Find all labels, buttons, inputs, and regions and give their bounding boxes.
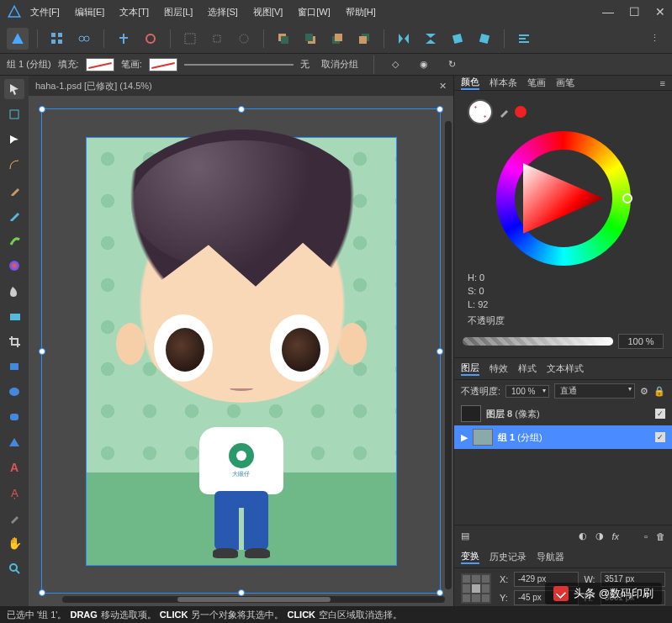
artboard-tool[interactable] xyxy=(4,104,24,124)
art-text-tool[interactable]: A xyxy=(4,457,24,478)
zoom-tool[interactable] xyxy=(4,558,24,578)
selection-handle-nw[interactable] xyxy=(39,106,45,113)
corner-tool[interactable] xyxy=(4,155,24,175)
add-layer-icon[interactable]: ▫ xyxy=(644,531,648,541)
hand-tool[interactable]: ✋ xyxy=(4,533,24,553)
canvas-scrollbar-horizontal[interactable] xyxy=(62,596,445,603)
transparency-tool[interactable] xyxy=(4,281,24,301)
menu-edit[interactable]: 编辑[E] xyxy=(75,6,104,18)
selection-handle-w[interactable] xyxy=(39,348,45,355)
menu-layer[interactable]: 图层[L] xyxy=(164,6,193,18)
triangle-tool[interactable] xyxy=(4,432,24,452)
tab-color[interactable]: 颜色 xyxy=(461,76,479,90)
cycles-icon[interactable]: ↻ xyxy=(442,54,463,76)
close-button[interactable]: ✕ xyxy=(655,5,665,18)
snap-grid-icon[interactable] xyxy=(179,28,201,50)
persona-designer-icon[interactable] xyxy=(7,28,29,50)
selection-handle-sw[interactable] xyxy=(39,589,45,596)
rotate-ccw-icon[interactable] xyxy=(447,28,468,50)
tab-navigator[interactable]: 导航器 xyxy=(537,551,564,563)
fx-icon[interactable]: fx xyxy=(612,531,620,541)
frame-text-tool[interactable]: Ạ xyxy=(4,483,24,503)
canvas-scrollbar-vertical[interactable] xyxy=(445,121,452,589)
color-wheel[interactable] xyxy=(496,131,631,266)
menu-view[interactable]: 视图[V] xyxy=(253,6,283,18)
menu-window[interactable]: 窗口[W] xyxy=(298,6,331,18)
layer-item-group[interactable]: ▶ 组 1 (分组) ✓ xyxy=(454,425,672,449)
crop-tool[interactable] xyxy=(4,331,24,351)
lock-children-icon[interactable]: ◇ xyxy=(384,54,406,76)
tab-transform[interactable]: 变换 xyxy=(461,550,479,564)
selection-handle-s[interactable] xyxy=(238,589,245,596)
align-menu-icon[interactable] xyxy=(513,28,535,50)
blend-mode-select[interactable]: 直通 xyxy=(554,383,635,399)
tab-stroke[interactable]: 笔画 xyxy=(527,77,546,89)
layer-expand-icon[interactable]: ▶ xyxy=(461,432,468,443)
ellipse-tool[interactable] xyxy=(4,382,24,402)
layer-stack-icon[interactable]: ▤ xyxy=(461,531,469,541)
rotate-cw-icon[interactable] xyxy=(474,28,495,50)
anchor-up-icon[interactable] xyxy=(113,28,135,50)
tab-layers[interactable]: 图层 xyxy=(461,362,479,376)
opacity-slider[interactable] xyxy=(463,337,613,346)
mask-icon[interactable]: ◐ xyxy=(579,531,587,541)
eyedropper-icon[interactable] xyxy=(498,106,510,118)
arrange-icon[interactable] xyxy=(46,28,68,50)
flip-h-icon[interactable] xyxy=(393,28,415,50)
rectangle-tool[interactable] xyxy=(4,356,24,377)
document-tab-close-icon[interactable]: ✕ xyxy=(439,81,447,92)
layer-settings-icon[interactable]: ⚙ xyxy=(640,386,648,397)
order-back-icon[interactable] xyxy=(273,28,294,50)
menu-file[interactable]: 文件[F] xyxy=(30,6,60,18)
menu-select[interactable]: 选择[S] xyxy=(208,6,237,18)
selection-handle-n[interactable] xyxy=(238,106,245,113)
opacity-value[interactable]: 100 % xyxy=(618,334,664,349)
hue-handle[interactable] xyxy=(622,193,632,203)
flip-v-icon[interactable] xyxy=(420,28,442,50)
selection-handle-se[interactable] xyxy=(437,589,443,596)
layer-opacity-input[interactable]: 100 % xyxy=(505,385,549,398)
layer-visibility-checkbox[interactable]: ✓ xyxy=(655,432,665,442)
node-tool[interactable] xyxy=(4,129,24,150)
pen-tool[interactable] xyxy=(4,180,24,200)
menu-text[interactable]: 文本[T] xyxy=(119,6,149,18)
show-bounds-icon[interactable]: ◉ xyxy=(413,54,435,76)
snap-edge-icon[interactable] xyxy=(233,28,255,50)
tab-brushes[interactable]: 画笔 xyxy=(556,77,574,89)
color-picker-tool[interactable] xyxy=(4,508,24,528)
fill-tool[interactable] xyxy=(4,256,24,276)
pencil-tool[interactable] xyxy=(4,205,24,225)
tab-history[interactable]: 历史记录 xyxy=(489,551,526,563)
fill-swatch[interactable] xyxy=(86,58,114,71)
move-tool[interactable] xyxy=(4,79,24,99)
transform-anchor-grid[interactable] xyxy=(461,573,491,604)
color-triangle[interactable] xyxy=(523,163,604,234)
tab-effects[interactable]: 特效 xyxy=(489,362,508,375)
place-image-tool[interactable] xyxy=(4,306,24,326)
rounded-rect-tool[interactable] xyxy=(4,407,24,427)
panel-menu-icon[interactable]: ≡ xyxy=(660,78,665,88)
menu-help[interactable]: 帮助[H] xyxy=(346,6,376,18)
delete-layer-icon[interactable]: 🗑 xyxy=(656,531,665,541)
minimize-button[interactable]: — xyxy=(602,5,614,18)
more-icon[interactable]: ⋮ xyxy=(643,28,665,50)
order-backward-icon[interactable] xyxy=(299,28,321,50)
stroke-swatch[interactable] xyxy=(149,58,177,71)
layer-lock-icon[interactable]: 🔒 xyxy=(653,386,665,397)
canvas[interactable]: 大眼仔 xyxy=(29,96,453,606)
brush-tool[interactable] xyxy=(4,230,24,251)
selection-handle-e[interactable] xyxy=(437,348,443,355)
link-icon[interactable] xyxy=(73,28,95,50)
stroke-preview[interactable] xyxy=(184,64,294,66)
anchor-split-icon[interactable] xyxy=(140,28,161,50)
ungroup-button[interactable]: 取消分组 xyxy=(316,56,363,72)
adjustment-icon[interactable]: ◑ xyxy=(595,531,604,541)
layer-visibility-checkbox[interactable]: ✓ xyxy=(655,409,665,419)
snap-point-icon[interactable] xyxy=(206,28,228,50)
maximize-button[interactable]: ☐ xyxy=(629,5,640,18)
selection-handle-ne[interactable] xyxy=(437,106,443,113)
color-stroke-swatch[interactable] xyxy=(515,106,526,118)
tab-swatches[interactable]: 样本条 xyxy=(489,77,517,89)
tab-text-styles[interactable]: 文本样式 xyxy=(547,362,584,375)
order-forward-icon[interactable] xyxy=(326,28,348,50)
